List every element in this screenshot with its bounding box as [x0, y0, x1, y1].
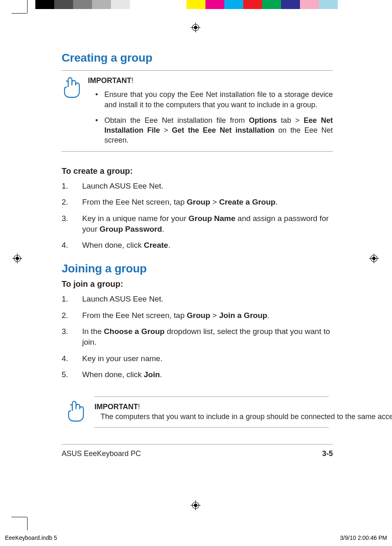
important-bullets: Ensure that you copy the Eee Net install…	[88, 90, 333, 145]
important-bang: !	[138, 403, 140, 411]
step-text: Launch ASUS Eee Net.	[82, 295, 164, 303]
important-label: IMPORTANT	[88, 76, 131, 85]
step-text: .	[168, 241, 170, 249]
step-number: 3.	[62, 326, 68, 337]
footer-product: ASUS EeeKeyboard PC	[62, 449, 141, 458]
important-label: IMPORTANT	[95, 403, 138, 411]
step-bold-text: Group Password	[99, 225, 162, 233]
step-number: 4.	[62, 353, 68, 364]
step-text: Key in your user name.	[82, 354, 162, 363]
important-bullet-1: Ensure that you copy the Eee Net install…	[95, 90, 333, 110]
join-step: 3.In the Choose a Group dropdown list, s…	[62, 326, 333, 347]
print-job-footer: EeeKeyboard.indb 5 3/9/10 2:00:46 PM	[5, 534, 387, 541]
step-bold-text: Join	[144, 370, 160, 379]
step-text: .	[275, 198, 277, 206]
step-bold-text: Create	[144, 241, 168, 249]
step-bold-text: Group Name	[189, 214, 235, 223]
crop-mark	[12, 13, 27, 14]
step-text: When done, click	[82, 241, 144, 249]
crop-mark	[27, 0, 28, 13]
step-bold-text: Group	[187, 198, 210, 206]
footer-page-number: 3-5	[322, 449, 333, 458]
step-text: >	[210, 198, 219, 206]
registration-mark-icon	[369, 253, 379, 263]
step-bold-text: Choose a Group	[104, 327, 165, 336]
step-bold-text: Create a Group	[219, 198, 275, 206]
join-step: 1.Launch ASUS Eee Net.	[62, 294, 333, 304]
printer-color-bar	[0, 0, 392, 9]
important-box-2: IMPORTANT! The computers that you want t…	[95, 396, 329, 428]
step-text: Key in a unique name for your	[82, 214, 189, 223]
subheading-create: To create a group:	[62, 166, 333, 176]
step-text: From the Eee Net screen, tap	[82, 311, 187, 320]
heading-creating-group: Creating a group	[62, 51, 333, 65]
create-step: 2.From the Eee Net screen, tap Group > C…	[62, 197, 333, 207]
step-number: 4.	[62, 240, 68, 251]
step-bold-text: Join a Group	[219, 311, 267, 320]
step-text: From the Eee Net screen, tap	[82, 198, 187, 206]
step-text: When done, click	[82, 370, 144, 379]
join-step: 4.Key in your user name.	[62, 353, 333, 364]
page-footer-rule: ASUS EeeKeyboard PC 3-5	[62, 444, 333, 458]
step-text: .	[162, 225, 164, 233]
subheading-join: To join a group:	[62, 279, 333, 289]
step-number: 2.	[62, 310, 68, 321]
print-timestamp: 3/9/10 2:00:46 PM	[340, 534, 387, 541]
crop-mark	[12, 517, 27, 517]
join-step: 5.When done, click Join.	[62, 369, 333, 380]
heading-joining-group: Joining a group	[62, 262, 333, 275]
important-hand-icon	[66, 399, 86, 422]
join-step: 2.From the Eee Net screen, tap Group > J…	[62, 310, 333, 321]
step-text: .	[267, 311, 269, 320]
important-bullet-2: Obtain the Eee Net installation file fro…	[95, 115, 333, 145]
crop-mark	[27, 517, 28, 530]
create-step: 1.Launch ASUS Eee Net.	[62, 181, 333, 191]
registration-mark-icon	[191, 500, 201, 510]
step-number: 2.	[62, 197, 68, 207]
create-step: 3.Key in a unique name for your Group Na…	[62, 213, 333, 234]
important-text: The computers that you want to include i…	[95, 412, 392, 421]
important-bang: !	[131, 76, 134, 85]
step-number: 3.	[62, 213, 68, 224]
registration-mark-icon	[12, 253, 22, 263]
important-hand-icon	[62, 76, 82, 98]
join-steps: 1.Launch ASUS Eee Net.2.From the Eee Net…	[62, 294, 333, 380]
print-file: EeeKeyboard.indb 5	[5, 534, 57, 541]
step-text: Launch ASUS Eee Net.	[82, 182, 164, 190]
create-step: 4.When done, click Create.	[62, 240, 333, 251]
page-content: Creating a group IMPORTANT! Ensure that …	[62, 51, 333, 458]
step-number: 5.	[62, 369, 68, 380]
step-text: In the	[82, 327, 104, 336]
registration-mark-icon	[191, 23, 201, 32]
step-text: >	[210, 311, 219, 320]
step-text: .	[160, 370, 162, 379]
step-bold-text: Group	[187, 311, 210, 320]
create-steps: 1.Launch ASUS Eee Net.2.From the Eee Net…	[62, 181, 333, 251]
important-box-1: IMPORTANT! Ensure that you copy the Eee …	[62, 70, 333, 152]
step-number: 1.	[62, 181, 68, 191]
step-number: 1.	[62, 294, 68, 304]
